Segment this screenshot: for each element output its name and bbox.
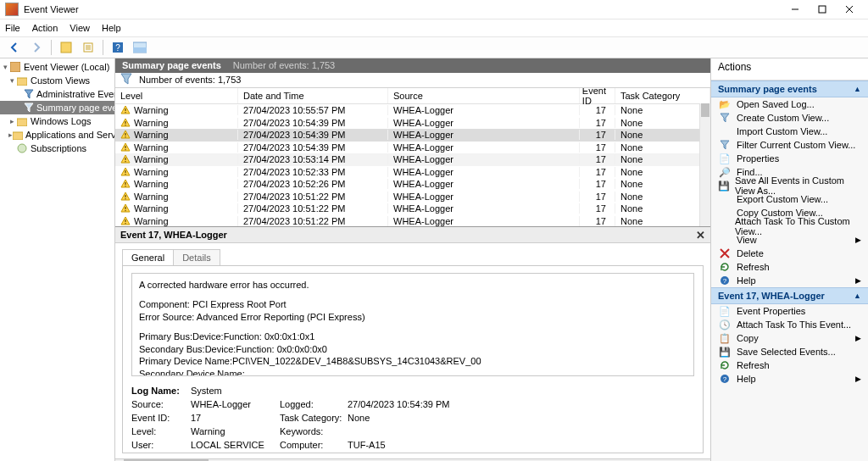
table-row[interactable]: Warning27/04/2023 10:51:22 PMWHEA-Logger…	[115, 203, 710, 215]
tree-root[interactable]: ▾Event Viewer (Local)	[0, 60, 114, 74]
detail-header: Event 17, WHEA-Logger ✕	[115, 227, 710, 243]
action-copy[interactable]: 📋Copy▶	[711, 331, 868, 345]
tree-pane: ▾Event Viewer (Local) ▾Custom Views Admi…	[0, 58, 115, 461]
tree-custom-views[interactable]: ▾Custom Views	[0, 74, 114, 87]
action-save-selected[interactable]: 💾Save Selected Events...	[711, 345, 868, 358]
action-export-custom-view[interactable]: Export Custom View...	[711, 192, 868, 206]
close-detail-button[interactable]: ✕	[696, 229, 705, 242]
msg-line: Secondary Bus:Device:Function: 0x0:0x0:0…	[139, 343, 687, 356]
toolbar-separator	[51, 40, 52, 55]
table-row[interactable]: Warning27/04/2023 10:53:14 PMWHEA-Logger…	[115, 153, 710, 166]
action-help[interactable]: ?Help▶	[711, 274, 868, 287]
svg-rect-23	[125, 174, 125, 175]
svg-rect-13	[125, 112, 125, 113]
chevron-right-icon: ▶	[855, 236, 861, 244]
action-open-saved-log[interactable]: 📂Open Saved Log...	[711, 97, 868, 111]
action-attach-task-event[interactable]: 🕓Attach Task To This Event...	[711, 318, 868, 331]
svg-rect-25	[125, 186, 125, 186]
open-log-icon: 📂	[718, 97, 732, 111]
svg-rect-7	[10, 62, 20, 72]
tab-general[interactable]: General	[122, 249, 174, 265]
close-button[interactable]	[836, 1, 863, 18]
filter-icon	[718, 111, 732, 125]
col-source[interactable]: Source	[388, 88, 580, 103]
vertical-scrollbar[interactable]	[699, 103, 710, 226]
svg-rect-26	[125, 195, 125, 197]
grid-header: Summary page events Number of events: 1,…	[115, 58, 710, 73]
help-icon[interactable]: ?	[108, 38, 127, 57]
action-properties[interactable]: 📄Properties	[711, 152, 868, 165]
col-date[interactable]: Date and Time	[238, 88, 388, 103]
menu-help[interactable]: Help	[102, 23, 121, 33]
table-row[interactable]: Warning27/04/2023 10:51:22 PMWHEA-Logger…	[115, 215, 710, 228]
col-eventid[interactable]: Event ID	[580, 88, 615, 103]
tree-label: Windows Logs	[31, 116, 92, 126]
detail-tabs: General Details	[115, 243, 710, 265]
kv-key: Task Category:	[280, 412, 348, 425]
blank-icon	[718, 206, 732, 219]
forward-button[interactable]	[27, 38, 46, 57]
table-row[interactable]: Warning27/04/2023 10:52:26 PMWHEA-Logger…	[115, 178, 710, 191]
svg-rect-1	[61, 42, 71, 53]
eventviewer-icon	[9, 61, 21, 73]
kv-val: 17	[191, 412, 280, 425]
toolbar-separator	[103, 40, 103, 55]
action-event-properties[interactable]: 📄Event Properties	[711, 304, 868, 318]
action-view[interactable]: View▶	[711, 233, 868, 247]
table-row[interactable]: Warning27/04/2023 10:54:39 PMWHEA-Logger…	[115, 142, 710, 154]
properties-icon: 📄	[718, 152, 732, 165]
action-delete[interactable]: Delete	[711, 247, 868, 260]
scrollbar-thumb[interactable]	[701, 103, 709, 117]
action-save-all-events[interactable]: 💾Save All Events in Custom View As...	[711, 179, 868, 192]
properties-icon[interactable]	[79, 38, 97, 57]
tree-subscriptions[interactable]: Subscriptions	[0, 142, 114, 155]
menu-action[interactable]: Action	[32, 23, 58, 33]
grid-header-count: Number of events: 1,753	[233, 60, 335, 70]
action-refresh[interactable]: Refresh	[711, 260, 868, 274]
maximize-button[interactable]	[809, 1, 836, 18]
preview-pane-icon[interactable]	[131, 38, 149, 57]
menu-view[interactable]: View	[70, 23, 90, 33]
col-level[interactable]: Level	[115, 88, 238, 103]
table-row[interactable]: Warning27/04/2023 10:54:39 PMWHEA-Logger…	[115, 129, 710, 142]
app-icon	[5, 3, 19, 16]
find-icon: 🔎	[718, 165, 732, 179]
tree-summary-page-events[interactable]: Summary page events	[0, 101, 114, 114]
svg-rect-17	[125, 136, 125, 137]
action-filter-current-view[interactable]: Filter Current Custom View...	[711, 138, 868, 152]
tree-label: Summary page events	[36, 103, 115, 113]
svg-rect-22	[125, 170, 125, 173]
actions-section-view[interactable]: Summary page events▲	[711, 81, 868, 97]
actions-section-event[interactable]: Event 17, WHEA-Logger▲	[711, 287, 868, 304]
col-taskcategory[interactable]: Task Category	[615, 88, 710, 103]
menu-file[interactable]: File	[5, 23, 20, 33]
svg-rect-19	[125, 149, 125, 150]
task-icon: 🕓	[718, 318, 732, 331]
back-button[interactable]	[5, 38, 24, 57]
tab-details[interactable]: Details	[173, 249, 220, 265]
chevron-up-icon: ▲	[854, 292, 861, 300]
table-row[interactable]: Warning27/04/2023 10:52:33 PMWHEA-Logger…	[115, 166, 710, 179]
action-help-2[interactable]: ?Help▶	[711, 372, 868, 386]
action-import-custom-view[interactable]: Import Custom View...	[711, 125, 868, 138]
kv-val	[348, 425, 500, 438]
grid-header-title: Summary page events	[122, 60, 221, 70]
svg-rect-9	[17, 119, 27, 126]
action-create-custom-view[interactable]: Create Custom View...	[711, 111, 868, 125]
tree-admin-events[interactable]: Administrative Events	[0, 87, 114, 101]
table-row[interactable]: Warning27/04/2023 10:55:57 PMWHEA-Logger…	[115, 104, 710, 117]
blank-icon	[718, 192, 732, 206]
action-refresh-2[interactable]: Refresh	[711, 358, 868, 372]
filter-icon[interactable]	[57, 38, 75, 57]
window-title: Event Viewer	[24, 4, 79, 14]
table-row[interactable]: Warning27/04/2023 10:54:39 PMWHEA-Logger…	[115, 117, 710, 130]
minimize-button[interactable]	[782, 1, 809, 18]
filter-view-icon	[24, 102, 34, 114]
svg-rect-21	[125, 161, 125, 162]
svg-rect-28	[125, 207, 125, 209]
action-attach-task-view[interactable]: Attach Task To This Custom View...	[711, 219, 868, 233]
tree-label: Applications and Services Logs	[25, 130, 115, 140]
tree-windows-logs[interactable]: ▸Windows Logs	[0, 114, 114, 128]
table-row[interactable]: Warning27/04/2023 10:51:22 PMWHEA-Logger…	[115, 191, 710, 203]
tree-apps-services-logs[interactable]: ▸Applications and Services Logs	[0, 128, 114, 142]
